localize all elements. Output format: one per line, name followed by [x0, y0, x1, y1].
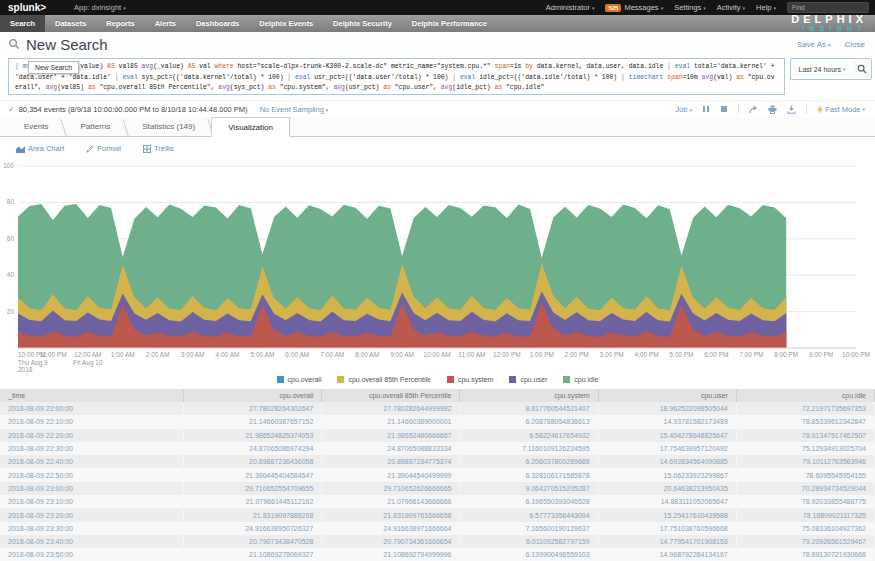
stop-button[interactable]	[720, 105, 728, 113]
value-cell[interactable]: 21.14660389000001	[322, 415, 460, 428]
value-cell[interactable]: 6.139900496559103	[460, 548, 598, 561]
value-cell[interactable]: 9.064270515205287	[460, 482, 598, 495]
value-cell[interactable]: 24.87065088833334	[322, 442, 460, 455]
value-cell[interactable]: 21.079661445112162	[184, 495, 322, 508]
legend-item-cpu-user[interactable]: cpu.user	[509, 376, 547, 383]
messages-menu[interactable]: 525 Messages	[605, 3, 663, 12]
value-cell[interactable]: 70.28934734529044	[736, 482, 874, 495]
value-cell[interactable]: 15.404278648825647	[598, 429, 736, 442]
value-cell[interactable]: 21.108692794999996	[322, 548, 460, 561]
value-cell[interactable]: 27.780282644999982	[322, 402, 460, 415]
tab-visualization[interactable]: Visualization	[211, 117, 290, 137]
value-cell[interactable]: 6.58224617654932	[460, 429, 598, 442]
search-mode-selector[interactable]: Fast Mode	[817, 105, 865, 114]
value-cell[interactable]: 79.20926561529467	[736, 535, 874, 548]
legend-item-cpu-overall[interactable]: cpu.overall	[277, 376, 322, 383]
time-cell[interactable]: 2018-08-09 22:10:00	[0, 415, 184, 428]
value-cell[interactable]: 6.196550393046528	[460, 495, 598, 508]
search-submit-button[interactable]	[853, 58, 872, 80]
find-input[interactable]	[787, 2, 869, 13]
column-header-cpu-idle[interactable]: cpu.idle	[736, 389, 874, 402]
time-cell[interactable]: 2018-08-09 22:30:00	[0, 442, 184, 455]
value-cell[interactable]: 6.208788054836613	[460, 415, 598, 428]
time-cell[interactable]: 2018-08-09 23:40:00	[0, 535, 184, 548]
nav-item-alerts[interactable]: Alerts	[145, 15, 186, 32]
value-cell[interactable]: 20.79073438470528	[184, 535, 322, 548]
value-cell[interactable]: 21.8319097888268	[184, 508, 322, 521]
tab-patterns[interactable]: Patterns	[64, 117, 126, 136]
search-query-input[interactable]: | mstats perc95(_value) AS val85 avg(_va…	[8, 58, 785, 95]
value-cell[interactable]: 18.962522098505044	[598, 402, 736, 415]
nav-item-reports[interactable]: Reports	[96, 15, 144, 32]
value-cell[interactable]: 21.831909761666658	[322, 508, 460, 521]
value-cell[interactable]: 14.93781582173489	[598, 415, 736, 428]
time-range-picker[interactable]: Last 24 hours	[790, 58, 854, 80]
value-cell[interactable]: 8.817760544521407	[460, 402, 598, 415]
value-cell[interactable]: 79.10112763563946	[736, 455, 874, 468]
value-cell[interactable]: 21.07966143666666	[322, 495, 460, 508]
value-cell[interactable]: 21.10869278069327	[184, 548, 322, 561]
time-cell[interactable]: 2018-08-09 23:10:00	[0, 495, 184, 508]
value-cell[interactable]: 20.89887234775374	[322, 455, 460, 468]
format-button[interactable]: Format	[86, 144, 121, 153]
value-cell[interactable]: 78.01347517462507	[736, 429, 874, 442]
nav-item-delphix-performance[interactable]: Delphix Performance	[402, 15, 497, 32]
value-cell[interactable]: 78.16809021117325	[736, 508, 874, 521]
value-cell[interactable]: 21.390445404584547	[184, 468, 322, 481]
column-header-cpu-overall-85th-percentile[interactable]: cpu.overall 85th Percentile	[322, 389, 460, 402]
value-cell[interactable]: 7.1160109126224595	[460, 442, 598, 455]
value-cell[interactable]: 20.790734361666654	[322, 535, 460, 548]
value-cell[interactable]: 17.754639957120492	[598, 442, 736, 455]
value-cell[interactable]: 78.89130721930668	[736, 548, 874, 561]
save-as-button[interactable]: Save As	[797, 40, 831, 49]
time-cell[interactable]: 2018-08-09 23:00:00	[0, 482, 184, 495]
value-cell[interactable]: 15.06233923299867	[598, 468, 736, 481]
time-cell[interactable]: 2018-08-09 22:00:00	[0, 402, 184, 415]
share-button[interactable]	[749, 105, 758, 114]
value-cell[interactable]: 6.57773358443094	[460, 508, 598, 521]
column-header-cpu-user[interactable]: cpu.user	[598, 389, 736, 402]
value-cell[interactable]: 24.916638971666664	[322, 522, 460, 535]
time-cell[interactable]: 2018-08-09 23:30:00	[0, 522, 184, 535]
settings-menu[interactable]: Settings	[674, 3, 706, 12]
event-sampling-menu[interactable]: No Event Sampling	[260, 105, 329, 114]
job-menu[interactable]: Job	[675, 105, 692, 114]
value-cell[interactable]: 21.14660387657152	[184, 415, 322, 428]
column-header-cpu-system[interactable]: cpu.system	[460, 389, 598, 402]
value-cell[interactable]: 21.39044540499999	[322, 468, 460, 481]
value-cell[interactable]: 24.87065086974294	[184, 442, 322, 455]
value-cell[interactable]: 78.6095545954155	[736, 468, 874, 481]
legend-item-cpu-overall-85th-percentile[interactable]: cpu.overall 85th Percentile	[337, 376, 431, 383]
value-cell[interactable]: 14.779541701908153	[598, 535, 736, 548]
value-cell[interactable]: 20.64638213950435	[598, 482, 736, 495]
value-cell[interactable]: 29.710652626666665	[322, 482, 460, 495]
value-cell[interactable]: 6.011092582797159	[460, 535, 598, 548]
print-button[interactable]	[768, 105, 777, 114]
activity-menu[interactable]: Activity	[717, 3, 745, 12]
time-cell[interactable]: 2018-08-09 23:50:00	[0, 548, 184, 561]
value-cell[interactable]: 20.89887236436058	[184, 455, 322, 468]
value-cell[interactable]: 29.710652554709655	[184, 482, 322, 495]
column-header-cpu-overall[interactable]: cpu.overall	[184, 389, 322, 402]
legend-item-cpu-system[interactable]: cpu.system	[447, 376, 493, 383]
app-menu[interactable]: App: dxinsight	[74, 3, 126, 12]
value-cell[interactable]: 21.98652480666667	[322, 429, 460, 442]
value-cell[interactable]: 75.12934913025704	[736, 442, 874, 455]
nav-item-delphix-security[interactable]: Delphix Security	[323, 15, 402, 32]
tab-events[interactable]: Events	[8, 117, 64, 136]
time-cell[interactable]: 2018-08-09 22:40:00	[0, 455, 184, 468]
export-button[interactable]	[787, 105, 796, 114]
value-cell[interactable]: 14.968792284134167	[598, 548, 736, 561]
value-cell[interactable]: 24.916638950726327	[184, 522, 322, 535]
value-cell[interactable]: 72.21971735697353	[736, 402, 874, 415]
value-cell[interactable]: 27.78028264302647	[184, 402, 322, 415]
value-cell[interactable]: 6.328106171585878	[460, 468, 598, 481]
user-menu[interactable]: Administrator	[546, 3, 595, 12]
legend-item-cpu-idle[interactable]: cpu.idle	[563, 376, 598, 383]
help-menu[interactable]: Help	[756, 3, 776, 12]
pause-button[interactable]	[702, 105, 710, 113]
value-cell[interactable]: 78.85339612342847	[736, 415, 874, 428]
value-cell[interactable]: 75.08336104927362	[736, 522, 874, 535]
column-header-time[interactable]: _time	[0, 389, 184, 402]
chart-type-picker[interactable]: Area Chart	[16, 144, 64, 153]
